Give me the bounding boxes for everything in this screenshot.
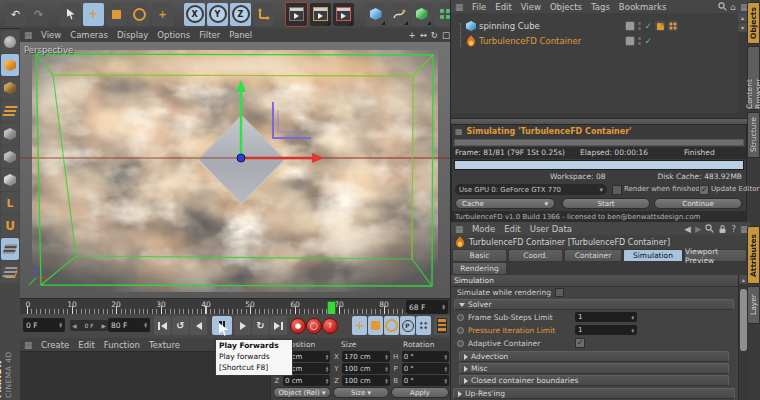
- goto-end-button[interactable]: [270, 316, 287, 335]
- rotate-view-icon[interactable]: ↻: [431, 30, 438, 40]
- layer-toggle[interactable]: [625, 21, 635, 31]
- menu-function[interactable]: Function: [104, 340, 140, 350]
- texture-mode-button[interactable]: [1, 77, 19, 99]
- menu-edit[interactable]: Edit: [495, 2, 511, 12]
- menu-texture[interactable]: Texture: [149, 340, 180, 350]
- record-pla-toggle[interactable]: [416, 316, 431, 335]
- viewport-canvas[interactable]: Perspective: [20, 42, 450, 298]
- size-mode-dropdown[interactable]: Size ▾: [333, 387, 389, 398]
- continue-button[interactable]: Continue: [654, 198, 742, 209]
- scrollbar-thumb[interactable]: [740, 289, 747, 351]
- menu-view[interactable]: View: [521, 2, 541, 12]
- add-generator-button[interactable]: [411, 3, 432, 26]
- advection-group[interactable]: Advection: [459, 351, 729, 362]
- zoom-view-icon[interactable]: ↔: [420, 30, 427, 40]
- workplane-mode-button[interactable]: [1, 100, 19, 122]
- pan-view-icon[interactable]: +: [409, 30, 416, 40]
- loop-playback-button[interactable]: ↻: [252, 316, 269, 335]
- maximize-view-icon[interactable]: □: [442, 30, 450, 40]
- autokeying-button[interactable]: ◯: [306, 318, 322, 334]
- apply-button[interactable]: Apply: [391, 387, 449, 398]
- play-backwards-button[interactable]: ↺: [172, 316, 189, 335]
- side-tab-layer[interactable]: Layer: [747, 286, 760, 324]
- simulation-title-bar[interactable]: ▦ Simulating 'TurbulenceFD Container': [452, 125, 746, 138]
- start-button[interactable]: Start: [562, 198, 650, 209]
- rotation-b-field[interactable]: 0 °▴▾: [402, 375, 449, 386]
- snap-button[interactable]: U: [1, 215, 19, 237]
- closed-boundaries-group[interactable]: Closed container boundaries: [459, 375, 729, 386]
- current-frame-field[interactable]: 68 F▴▾: [406, 300, 448, 314]
- layer-toggle[interactable]: [625, 36, 635, 46]
- axis-mode-button[interactable]: L: [1, 192, 19, 214]
- move-tool-button[interactable]: +: [83, 3, 104, 26]
- tab-basic[interactable]: Basic: [452, 249, 507, 262]
- position-z-field[interactable]: 0 cm▴▾: [283, 375, 330, 386]
- menu-create[interactable]: Create: [41, 340, 69, 350]
- side-tab-content-browser[interactable]: Content Browser: [747, 46, 760, 110]
- size-y-field[interactable]: 100 cm▴▾: [342, 363, 389, 374]
- rotation-p-field[interactable]: 0 °▴▾: [402, 363, 449, 374]
- solver-group-header[interactable]: Solver: [454, 299, 734, 310]
- points-mode-button[interactable]: [1, 123, 19, 145]
- menu-display[interactable]: Display: [117, 30, 148, 40]
- record-keyframe-button[interactable]: ●: [290, 318, 306, 334]
- side-tab-attributes[interactable]: Attributes: [747, 226, 760, 284]
- last-tool-button[interactable]: +: [152, 3, 173, 26]
- lock-workplane-button[interactable]: [1, 238, 19, 260]
- record-rotation-toggle[interactable]: [384, 316, 399, 335]
- scale-tool-button[interactable]: [106, 3, 127, 26]
- phong-tag-icon[interactable]: [668, 21, 678, 31]
- tab-container[interactable]: Container: [564, 249, 622, 262]
- coordinate-system-button[interactable]: [253, 3, 274, 26]
- menu-objects[interactable]: Objects: [550, 2, 582, 12]
- menu-edit[interactable]: Edit: [504, 224, 520, 234]
- add-cube-object-button[interactable]: [365, 3, 386, 26]
- render-view-button[interactable]: [285, 2, 308, 27]
- make-editable-button[interactable]: [1, 31, 19, 53]
- view-label[interactable]: Perspective: [24, 45, 73, 55]
- tab-coord[interactable]: Coord.: [508, 249, 563, 262]
- rotate-tool-button[interactable]: [129, 3, 150, 26]
- side-tab-structure[interactable]: Structure: [747, 112, 760, 158]
- open-timeline-button[interactable]: [434, 316, 449, 335]
- update-editor-checkbox[interactable]: ✓: [699, 185, 709, 195]
- history-forward-icon[interactable]: ▶: [695, 224, 702, 234]
- tab-simulation[interactable]: Simulation: [623, 249, 683, 262]
- object-label[interactable]: TurbulenceFD Container: [479, 36, 581, 46]
- menu-file[interactable]: File: [472, 2, 486, 12]
- render-when-finished-checkbox[interactable]: [612, 185, 622, 195]
- render-settings-button[interactable]: [333, 3, 354, 26]
- cache-dropdown[interactable]: Cache▾: [455, 198, 555, 209]
- size-x-field[interactable]: 170 cm▴▾: [342, 351, 389, 362]
- frame-substeps-field[interactable]: 1▴▾: [575, 312, 637, 322]
- tab-viewport-preview[interactable]: Viewport Preview: [684, 249, 747, 262]
- coordinate-mode-dropdown[interactable]: Object (Rel) ▾: [273, 387, 331, 398]
- misc-group[interactable]: Misc: [459, 363, 729, 374]
- scroll-down-icon[interactable]: ▾: [738, 23, 747, 32]
- previous-frame-button[interactable]: [190, 316, 207, 335]
- menu-bookmarks[interactable]: Bookmarks: [619, 2, 667, 12]
- pressure-iteration-field[interactable]: 1▴▾: [575, 325, 637, 335]
- lock-icon[interactable]: [718, 224, 727, 234]
- start-frame-field[interactable]: 0 F▴▾: [23, 318, 65, 332]
- history-back-icon[interactable]: ◀: [684, 224, 691, 234]
- object-label[interactable]: spinning Cube: [479, 21, 540, 31]
- menu-user-data[interactable]: User Data: [530, 224, 572, 234]
- menu-filter[interactable]: Filter: [199, 30, 220, 40]
- upresing-group[interactable]: Up-Res'ing: [453, 388, 735, 399]
- live-selection-button[interactable]: [60, 3, 81, 26]
- add-spline-button[interactable]: [388, 3, 409, 26]
- lock-x-axis-button[interactable]: X: [184, 3, 205, 26]
- record-position-toggle[interactable]: +: [352, 316, 367, 335]
- gpu-dropdown[interactable]: Use GPU 0: GeForce GTX 770▾: [455, 184, 607, 195]
- model-mode-button[interactable]: [1, 54, 19, 76]
- object-row-spinning-cube[interactable]: spinning Cube ✓: [451, 19, 738, 33]
- record-scale-toggle[interactable]: [368, 316, 383, 335]
- end-frame-field[interactable]: 80 F▴▾: [108, 318, 150, 332]
- menu-view[interactable]: View: [41, 30, 61, 40]
- help-icon[interactable]: ?: [731, 224, 736, 234]
- keyframe-selection-button[interactable]: ?: [322, 318, 338, 334]
- tab-rendering[interactable]: Rendering: [452, 262, 507, 275]
- menu-tags[interactable]: Tags: [591, 2, 610, 12]
- simulate-while-rendering-checkbox[interactable]: [555, 288, 564, 297]
